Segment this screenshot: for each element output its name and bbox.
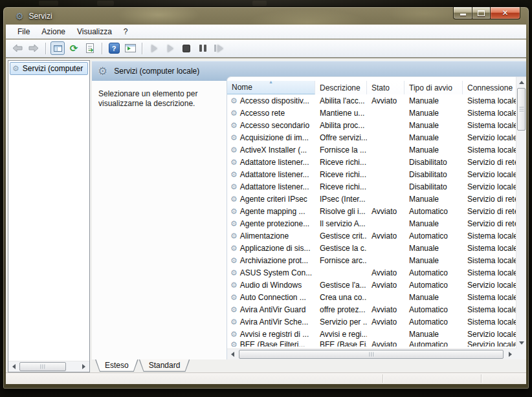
pane-body: Selezionare un elemento per visualizzarn… bbox=[92, 81, 526, 359]
status-divider bbox=[382, 374, 383, 383]
scrollbar-thumb[interactable] bbox=[19, 362, 66, 371]
minimize-button[interactable] bbox=[453, 7, 472, 19]
service-logon-as: Sistema locale bbox=[463, 121, 516, 130]
resume-service-icon[interactable] bbox=[163, 41, 177, 55]
table-row[interactable]: ⚙Adattatore listener... Riceve richi... … bbox=[227, 168, 516, 180]
menu-file[interactable]: File bbox=[12, 25, 36, 38]
table-row[interactable]: ⚙BFE (Base Filteri... BFE (Base Fi... Av… bbox=[227, 340, 516, 347]
service-gear-icon: ⚙ bbox=[230, 171, 238, 178]
show-action-pane-icon[interactable] bbox=[123, 41, 137, 55]
scrollbar-thumb[interactable] bbox=[239, 350, 504, 359]
service-startup-type: Disabilitato bbox=[405, 182, 463, 191]
back-icon[interactable] bbox=[10, 41, 25, 55]
service-description: Risolve gli i... bbox=[315, 207, 367, 216]
menu-azione[interactable]: Azione bbox=[36, 25, 71, 38]
show-console-tree-icon[interactable] bbox=[50, 41, 65, 55]
column-header-connessione[interactable]: Connessione bbox=[463, 81, 516, 94]
forward-icon[interactable] bbox=[27, 41, 41, 55]
table-header: ▲ Nome Descrizione Stato Tipo di avvio C… bbox=[227, 81, 516, 94]
table-row[interactable]: ⚙Adattatore listener... Riceve richi... … bbox=[227, 180, 516, 193]
column-header-stato[interactable]: Stato bbox=[367, 81, 405, 94]
scroll-down-arrow[interactable] bbox=[516, 338, 526, 349]
maximize-icon bbox=[478, 10, 485, 16]
service-gear-icon: ⚙ bbox=[230, 306, 238, 314]
service-logon-as: Servizio di rete bbox=[463, 207, 516, 216]
pause-service-icon[interactable] bbox=[195, 41, 210, 55]
service-logon-as: Sistema locale bbox=[463, 317, 516, 327]
service-gear-icon: ⚙ bbox=[230, 269, 238, 277]
service-status: Avviato bbox=[367, 340, 405, 347]
desktop-taskbar-blob bbox=[252, 1, 267, 6]
service-gear-icon: ⚙ bbox=[230, 134, 238, 142]
help-icon[interactable]: ? bbox=[107, 41, 121, 55]
table-row[interactable]: ⚙Auto Connection ... Crea una co... Manu… bbox=[227, 291, 516, 303]
table-row[interactable]: ⚙Agente protezione... Il servizio A... M… bbox=[227, 217, 516, 230]
horizontal-scrollbar[interactable] bbox=[227, 349, 516, 359]
services-gear-icon: ⚙ bbox=[16, 12, 24, 21]
tab-esteso[interactable]: Esteso bbox=[95, 359, 139, 372]
table-row[interactable]: ⚙Applicazione di sis... Gestisce la c...… bbox=[227, 242, 516, 254]
column-header-nome[interactable]: ▲ Nome bbox=[227, 81, 315, 94]
service-name: Agente mapping ... bbox=[240, 207, 305, 216]
start-service-icon[interactable] bbox=[147, 41, 161, 55]
stop-service-icon[interactable] bbox=[179, 41, 194, 55]
export-list-icon[interactable]: ➜ bbox=[83, 41, 97, 55]
column-header-descrizione[interactable]: Descrizione bbox=[315, 81, 367, 94]
service-description: Servizio per ... bbox=[315, 317, 367, 327]
refresh-icon[interactable]: ⟳ bbox=[67, 41, 81, 55]
tree-horizontal-scrollbar[interactable] bbox=[8, 361, 89, 372]
toolbar-separator bbox=[102, 43, 102, 54]
table-row[interactable]: ⚙Agente criteri IPsec IPsec (Inter... Ma… bbox=[227, 193, 516, 205]
table-row[interactable]: ⚙Avira AntiVir Sche... Servizio per ... … bbox=[227, 316, 516, 328]
table-row[interactable]: ⚙Acquisizione di im... Offre servizi... … bbox=[227, 131, 516, 144]
service-logon-as: Sistema locale bbox=[463, 256, 516, 265]
service-logon-as: Servizio locale bbox=[463, 133, 516, 142]
service-status: Avviato bbox=[367, 268, 405, 277]
table-row[interactable]: ⚙Archiviazione prot... Fornisce arc... M… bbox=[227, 254, 516, 266]
service-description: Fornisce arc... bbox=[315, 256, 367, 265]
tree-item-servizi[interactable]: ⚙ Servizi (computer bbox=[10, 62, 88, 75]
scroll-left-arrow[interactable] bbox=[8, 361, 19, 372]
table-row[interactable]: ⚙Alimentazione Gestisce crit... Avviato … bbox=[227, 230, 516, 242]
service-name: ActiveX Installer (... bbox=[240, 145, 307, 155]
table-row[interactable]: ⚙Avira AntiVir Guard offre protez... Avv… bbox=[227, 303, 516, 316]
scroll-right-arrow[interactable] bbox=[505, 349, 516, 359]
toolbar-separator bbox=[142, 43, 142, 54]
menu-visualizza[interactable]: Visualizza bbox=[71, 25, 118, 38]
service-gear-icon: ⚙ bbox=[230, 232, 238, 240]
table-row[interactable]: ⚙Accesso dispositiv... Abilita l'acc... … bbox=[227, 94, 516, 107]
service-description: Abilita proc... bbox=[315, 121, 367, 130]
table-row[interactable]: ⚙ASUS System Con... Avviato Automatico S… bbox=[227, 266, 516, 279]
sort-ascending-icon: ▲ bbox=[269, 80, 273, 84]
service-name: Adattatore listener... bbox=[240, 158, 309, 167]
table-row[interactable]: ⚙Accesso secondario Abilita proc... Manu… bbox=[227, 119, 516, 131]
table-row[interactable]: ⚙Avvisi e registri di ... Avvisi e regi.… bbox=[227, 328, 516, 340]
column-header-tipo-di-avvio[interactable]: Tipo di avvio bbox=[405, 81, 463, 94]
scroll-right-arrow[interactable] bbox=[78, 361, 89, 372]
service-description: Abilita l'acc... bbox=[315, 96, 367, 105]
service-name: Archiviazione prot... bbox=[240, 256, 308, 265]
table-row[interactable]: ⚙Agente mapping ... Risolve gli i... Avv… bbox=[227, 205, 516, 217]
table-row[interactable]: ⚙Adattatore listener... Riceve richi... … bbox=[227, 156, 516, 168]
service-startup-type: Automatico bbox=[405, 268, 463, 277]
table-row[interactable]: ⚙Accesso rete Mantiene u... Manuale Sist… bbox=[227, 107, 516, 119]
service-gear-icon: ⚙ bbox=[230, 318, 238, 326]
scroll-left-arrow[interactable] bbox=[227, 349, 238, 359]
service-description: Gestisce l'a... bbox=[315, 281, 367, 290]
vertical-scrollbar[interactable] bbox=[516, 77, 526, 349]
maximize-button[interactable] bbox=[472, 7, 491, 19]
menu-help[interactable]: ? bbox=[118, 25, 134, 38]
restart-service-icon[interactable] bbox=[212, 41, 226, 55]
scroll-up-arrow[interactable] bbox=[516, 77, 526, 88]
scrollbar-thumb[interactable] bbox=[517, 88, 526, 131]
table-row[interactable]: ⚙ActiveX Installer (... Fornisce la ... … bbox=[227, 144, 516, 156]
titlebar[interactable]: ⚙ Servizi bbox=[3, 7, 529, 25]
close-button[interactable]: ✕ bbox=[491, 7, 520, 19]
tab-standard[interactable]: Standard bbox=[139, 359, 190, 372]
table-row[interactable]: ⚙Audio di Windows Gestisce l'a... Avviat… bbox=[227, 279, 516, 291]
service-gear-icon: ⚙ bbox=[230, 294, 238, 301]
service-status: Avviato bbox=[367, 317, 405, 327]
service-logon-as: Sistema locale bbox=[463, 96, 516, 105]
service-description: Riceve richi... bbox=[315, 170, 367, 179]
service-gear-icon: ⚙ bbox=[230, 208, 238, 215]
